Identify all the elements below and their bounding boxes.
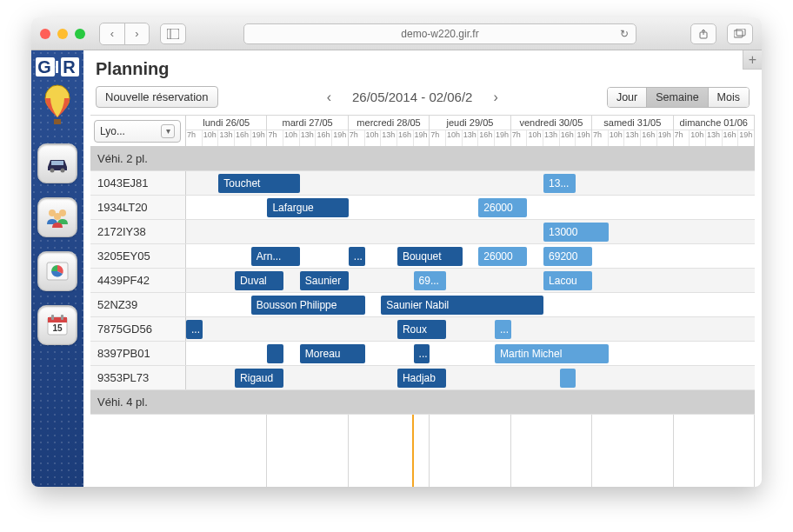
reservation-event[interactable]: 13000 — [543, 223, 609, 242]
tabs-button[interactable] — [727, 23, 753, 44]
row-grid: Bousson PhilippeSaunier Nabil — [186, 293, 755, 316]
reservation-event[interactable]: Lafargue — [267, 198, 348, 217]
hour-label: 16h — [723, 130, 739, 146]
reservation-event[interactable]: Arn... — [251, 247, 300, 266]
reservation-event[interactable]: Rigaud — [235, 369, 283, 388]
users-nav-button[interactable] — [37, 197, 77, 237]
reload-icon[interactable]: ↻ — [620, 28, 629, 40]
reservation-event[interactable]: ... — [186, 320, 203, 339]
titlebar: ‹ › demo-w220.gir.fr ↻ — [31, 17, 762, 50]
content: GIR — [31, 50, 762, 487]
view-month-button[interactable]: Mois — [708, 88, 749, 107]
page-title: Planning — [96, 59, 750, 79]
row-label: 9353PL73 — [90, 366, 186, 389]
new-reservation-button[interactable]: Nouvelle réservation — [96, 86, 218, 108]
reservation-event[interactable] — [267, 344, 283, 363]
svg-rect-9 — [51, 161, 63, 165]
hour-label: 7h — [267, 130, 283, 146]
nav-buttons: ‹ › — [99, 23, 150, 45]
resource-row: 1043EJ81Touchet13... — [90, 171, 755, 196]
reservation-event[interactable]: Lacou — [543, 271, 592, 290]
hour-labels: 7h10h13h16h19h — [511, 130, 591, 146]
reservation-event[interactable] — [560, 369, 576, 388]
reservation-event[interactable]: Martin Michel — [495, 344, 609, 363]
hour-label: 10h — [283, 130, 300, 146]
reservation-event[interactable]: Saunier Nabil — [381, 296, 543, 315]
url-field[interactable]: demo-w220.gir.fr ↻ — [243, 23, 636, 44]
prev-range-button[interactable]: ‹ — [322, 88, 337, 107]
calendar-icon: 15 — [43, 311, 71, 339]
users-icon — [43, 203, 71, 231]
hour-label: 13h — [381, 130, 397, 146]
reservation-event[interactable]: Saunier — [300, 271, 349, 290]
scheduler-header-left: Lyo... ▾ — [90, 116, 186, 146]
scheduler-header: Lyo... ▾ lundi 26/057h10h13h16h19hmardi … — [90, 116, 755, 147]
hour-label: 13h — [706, 130, 723, 146]
hour-label: 7h — [186, 130, 203, 146]
svg-rect-3 — [734, 30, 743, 37]
reservation-event[interactable]: Bouquet — [397, 247, 463, 266]
close-window-icon[interactable] — [40, 29, 50, 39]
reservation-event[interactable]: Bousson Philippe — [251, 296, 365, 315]
reservation-event[interactable]: 13... — [543, 174, 576, 193]
resource-row: 52NZ39Bousson PhilippeSaunier Nabil — [90, 293, 755, 317]
row-label: 4439PF42 — [90, 269, 186, 292]
reservation-event[interactable]: Touchet — [218, 174, 299, 193]
view-day-button[interactable]: Jour — [608, 88, 646, 107]
hour-label: 10h — [446, 130, 463, 146]
sidebar-toggle-button[interactable] — [160, 23, 186, 44]
day-column: mardi 27/057h10h13h16h19h — [267, 116, 348, 146]
reservation-event[interactable]: ... — [495, 320, 511, 339]
toolbar-right — [685, 23, 753, 44]
resource-filter-select[interactable]: Lyo... ▾ — [94, 120, 181, 143]
share-button[interactable] — [690, 23, 716, 44]
new-tab-button[interactable]: + — [743, 50, 762, 70]
hour-label: 10h — [609, 130, 625, 146]
hour-label: 13h — [463, 130, 479, 146]
reservation-event[interactable]: 69... — [414, 271, 446, 290]
day-label: jeudi 29/05 — [430, 116, 510, 130]
resource-row: 8397PB01Moreau...Martin Michel — [90, 342, 755, 366]
reservation-event[interactable]: 26000 — [478, 198, 527, 217]
resource-row: 4439PF42DuvalSaunier69...Lacou — [90, 269, 755, 293]
reservation-event[interactable]: ... — [349, 247, 365, 266]
hour-label: 19h — [576, 130, 591, 146]
svg-text:15: 15 — [52, 323, 63, 333]
row-grid: Moreau...Martin Michel — [186, 342, 755, 365]
zoom-window-icon[interactable] — [75, 29, 85, 39]
row-label: Véhi. 2 pl. — [90, 147, 186, 170]
reservation-event[interactable]: Moreau — [300, 344, 365, 363]
hour-label: 7h — [430, 130, 446, 146]
hour-label: 7h — [511, 130, 528, 146]
row-label: 2172IY38 — [90, 220, 186, 243]
back-button[interactable]: ‹ — [100, 23, 124, 44]
resource-row: 1934LT20Lafargue26000 — [90, 196, 755, 220]
view-week-button[interactable]: Semaine — [646, 88, 707, 107]
day-label: samedi 31/05 — [592, 116, 672, 130]
svg-point-7 — [50, 169, 55, 173]
row-grid: DuvalSaunier69...Lacou — [186, 269, 755, 292]
reservation-event[interactable]: Roux — [397, 320, 446, 339]
share-icon — [698, 29, 709, 39]
reservation-event[interactable]: 69200 — [543, 247, 592, 266]
row-grid: Arn......Bouquet2600069200 — [186, 244, 755, 268]
next-range-button[interactable]: › — [488, 88, 503, 107]
resource-row: 3205EY05Arn......Bouquet2600069200 — [90, 244, 755, 269]
calendar-nav-button[interactable]: 15 — [37, 305, 77, 345]
day-column: vendredi 30/057h10h13h16h19h — [511, 116, 592, 146]
row-grid — [186, 147, 755, 170]
vehicles-nav-button[interactable] — [37, 143, 77, 183]
filter-value: Lyo... — [100, 125, 125, 137]
reservation-event[interactable]: ... — [414, 344, 430, 363]
reports-nav-button[interactable] — [37, 251, 77, 291]
forward-button[interactable]: › — [124, 23, 149, 44]
day-column: lundi 26/057h10h13h16h19h — [186, 116, 267, 146]
hour-label: 19h — [738, 130, 754, 146]
chevron-down-icon: ▾ — [161, 124, 175, 138]
reservation-event[interactable]: Hadjab — [397, 369, 446, 388]
balloon-icon — [40, 84, 75, 128]
reservation-event[interactable]: 26000 — [478, 247, 527, 266]
reservation-event[interactable]: Duval — [235, 271, 283, 290]
minimize-window-icon[interactable] — [57, 29, 68, 39]
row-label: 7875GD56 — [90, 317, 186, 341]
